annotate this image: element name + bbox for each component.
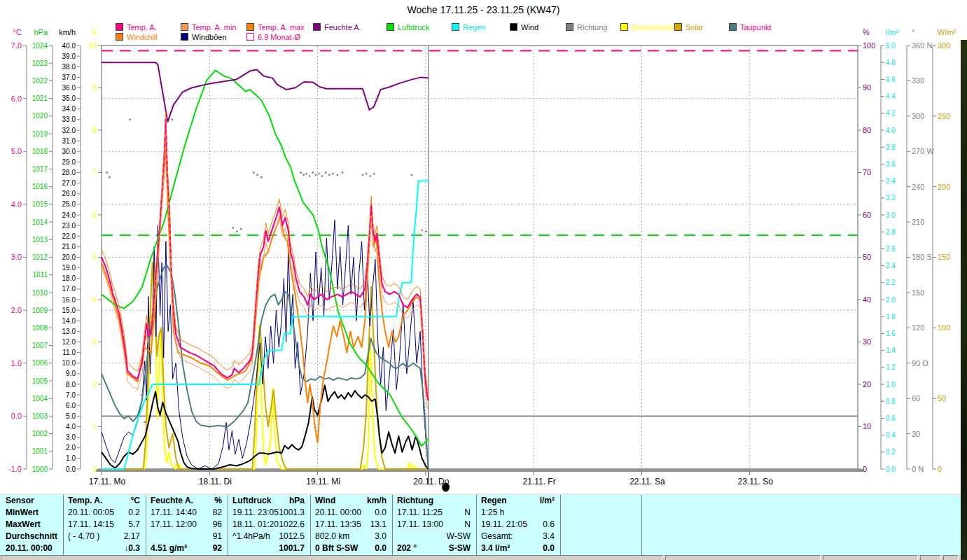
axis-label-hpa: 1024 bbox=[32, 42, 48, 50]
richtung-dot bbox=[172, 118, 174, 120]
status-bar-segment bbox=[665, 555, 821, 560]
axis-header-kmh: km/h bbox=[59, 28, 76, 36]
cell-value: 0.0 bbox=[375, 507, 387, 519]
axis-label-kmh: 34.0 bbox=[62, 105, 76, 113]
axis-label-kmh: 3.0 bbox=[66, 433, 76, 441]
axis-label-hpa: 1023 bbox=[32, 59, 48, 67]
cell-time: 20.11. 00:00 bbox=[315, 507, 361, 519]
richtung-dot bbox=[302, 174, 305, 176]
axis-label-kmh: 13.0 bbox=[62, 328, 76, 335]
column-header: Feuchte A. bbox=[151, 495, 193, 507]
axis-label-wm2: 250 bbox=[938, 112, 950, 120]
cell-value: 2.17 bbox=[124, 531, 140, 542]
axis-label-hpa: 1001 bbox=[32, 447, 48, 455]
axis-label-wm2: 50 bbox=[938, 394, 946, 402]
richtung-dot bbox=[256, 174, 258, 176]
axis-label-kmh: 24.0 bbox=[62, 211, 76, 219]
axis-label-hpa: 1004 bbox=[32, 395, 48, 402]
axis-label-hpa: 1010 bbox=[32, 289, 48, 297]
axis-label-kmh: 6.0 bbox=[66, 402, 76, 410]
richtung-dot bbox=[373, 173, 375, 175]
axis-label-kmh: 25.0 bbox=[62, 200, 76, 208]
table-row-label: 20.11. 00:00 bbox=[6, 542, 53, 554]
axis-label-lm2: 1.2 bbox=[886, 363, 896, 371]
status-bar bbox=[0, 555, 961, 560]
axis-label-kmh: 27.0 bbox=[62, 179, 76, 187]
axis-label-lm2: 2.4 bbox=[886, 262, 896, 270]
axis-label-pct: 10 bbox=[863, 422, 871, 430]
axis-label-c: 0.0 bbox=[11, 412, 22, 420]
cell-value: ↓0.3 bbox=[124, 542, 140, 554]
table-row-label: MinWert bbox=[6, 507, 39, 519]
cell-time: 4.51 g/m³ bbox=[151, 542, 187, 554]
richtung-dot bbox=[129, 118, 131, 120]
axis-label-kmh: 16.0 bbox=[62, 296, 76, 304]
richtung-dot bbox=[318, 173, 320, 175]
richtung-dot bbox=[325, 172, 327, 174]
richtung-dot bbox=[328, 174, 331, 176]
axis-label-lm2: 0.2 bbox=[886, 448, 896, 456]
cell-time: 17.11. 11:25 bbox=[397, 507, 443, 519]
axis-label-kmh: 11.0 bbox=[62, 349, 76, 356]
axis-label-h: 6 bbox=[92, 211, 97, 219]
cell-value: 3.4 bbox=[543, 531, 555, 542]
axis-label-kmh: 15.0 bbox=[62, 307, 76, 314]
axis-label-lm2: 3.2 bbox=[886, 194, 896, 202]
cell-time: 802.0 km bbox=[315, 531, 349, 542]
x-axis-day-label: 22.11. Sa bbox=[629, 477, 665, 486]
cell-value: 0.0 bbox=[375, 542, 387, 554]
richtung-dot bbox=[232, 227, 234, 229]
axis-label-hpa: 1018 bbox=[32, 148, 48, 155]
axis-label-kmh: 33.0 bbox=[62, 115, 76, 123]
cell-value: 0.6 bbox=[543, 519, 555, 531]
axis-label-lm2: 4.2 bbox=[886, 109, 896, 117]
axis-label-hpa: 1000 bbox=[32, 465, 48, 473]
table-column-empty bbox=[641, 495, 957, 556]
table-row-label: Sensor bbox=[6, 495, 34, 507]
axis-label-lm2: 4.4 bbox=[886, 92, 896, 100]
cell-value: 1001.7 bbox=[279, 542, 305, 554]
axis-label-lm2: 0.8 bbox=[886, 398, 896, 405]
richtung-dot bbox=[309, 175, 311, 177]
table-column-empty bbox=[560, 495, 640, 556]
axis-label-hpa: 1019 bbox=[32, 130, 48, 138]
cell-value: 0.2 bbox=[128, 507, 140, 519]
axis-header-hpa: hPa bbox=[34, 28, 48, 36]
richtung-dot bbox=[300, 172, 302, 174]
column-unit: hPa bbox=[289, 495, 305, 507]
axis-label-lm2: 3.4 bbox=[886, 177, 896, 185]
axis-label-kmh: 4.0 bbox=[66, 423, 76, 430]
axis-label-h: 9 bbox=[92, 83, 97, 92]
cell-time: 20.11. 00:05 bbox=[68, 507, 114, 519]
axis-label-wm2: 0 bbox=[938, 465, 942, 473]
axis-label-wm2: 300 bbox=[938, 41, 950, 50]
falling-arrow-icon: ↓ bbox=[124, 543, 128, 553]
cell-value: 0.0 bbox=[543, 542, 555, 554]
axis-label-hpa: 1013 bbox=[32, 236, 48, 244]
axis-label-lm2: 4.6 bbox=[886, 76, 896, 83]
cell-value: 13.1 bbox=[370, 519, 387, 531]
axis-label-pct: 20 bbox=[863, 380, 871, 388]
axis-label-c: 5.0 bbox=[11, 147, 22, 155]
axis-label-pct: 90 bbox=[863, 83, 871, 92]
cell-value: W-SW bbox=[447, 531, 471, 542]
sensor-summary-table: SensorMinWertMaxWertDurchschnitt20.11. 0… bbox=[0, 493, 961, 556]
table-row-label: MaxWert bbox=[6, 519, 41, 531]
axis-label-kmh: 21.0 bbox=[62, 243, 76, 251]
axis-label-kmh: 23.0 bbox=[62, 222, 76, 230]
cell-time: 19.11. 21:05 bbox=[481, 519, 527, 531]
axis-label-kmh: 5.0 bbox=[66, 412, 76, 420]
axis-label-kmh: 38.0 bbox=[62, 63, 76, 71]
richtung-dot bbox=[312, 172, 314, 174]
richtung-dot bbox=[106, 172, 108, 174]
richtung-dot bbox=[369, 175, 371, 177]
axis-label-lm2: 3.0 bbox=[886, 211, 896, 219]
axis-label-h: 8 bbox=[92, 126, 97, 134]
column-header: Luftdruck bbox=[232, 495, 271, 507]
richtung-dot bbox=[141, 394, 143, 396]
chart-area[interactable]: 17.11. Mo18.11. Di19.11. Mi20.11. Do21.1… bbox=[0, 0, 967, 497]
column-unit: °C bbox=[131, 495, 140, 507]
axis-label-h: 3 bbox=[92, 337, 97, 346]
axis-label-hpa: 1016 bbox=[32, 183, 48, 190]
axis-label-kmh: 30.0 bbox=[62, 148, 76, 155]
